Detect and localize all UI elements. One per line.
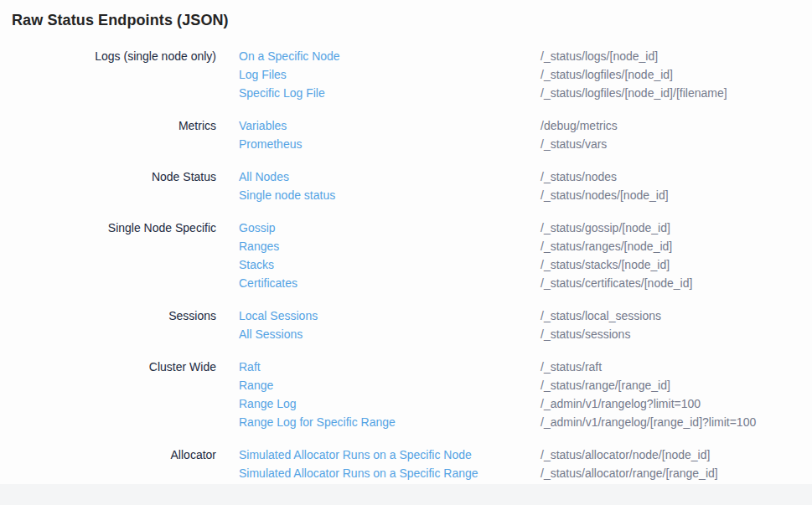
endpoint-path: /_status/certificates/[node_id] [540,274,812,292]
endpoint-group: Metrics VariablesPrometheus /debug/metri… [12,116,812,153]
endpoint-link[interactable]: On a Specific Node [239,47,540,65]
endpoint-path: /_status/sessions [540,325,812,343]
endpoint-group: Node Status All NodesSingle node status … [12,167,812,204]
endpoint-path: /_status/logfiles/[node_id]/[filename] [540,84,812,102]
paths-column: /debug/metrics/_status/vars [540,116,812,153]
links-column: RaftRangeRange LogRange Log for Specific… [216,358,540,431]
endpoint-link[interactable]: Stacks [239,255,540,274]
page-title: Raw Status Endpoints (JSON) [12,12,812,28]
endpoint-link[interactable]: Single node status [239,186,540,204]
endpoint-link[interactable]: Simulated Allocator Runs on a Specific R… [239,464,540,482]
endpoint-path: /_status/local_sessions [540,307,812,325]
endpoint-path: /_status/gossip/[node_id] [540,219,812,237]
paths-column: /_status/local_sessions/_status/sessions [540,307,812,343]
endpoint-path: /_status/nodes [540,167,812,186]
endpoint-path: /_admin/v1/rangelog?limit=100 [540,394,812,413]
endpoint-link[interactable]: All Nodes [239,167,540,186]
endpoint-path: /_status/vars [540,135,812,153]
endpoint-path: /_status/stacks/[node_id] [540,255,812,274]
links-column: All NodesSingle node status [216,167,540,204]
endpoint-link[interactable]: Variables [239,116,540,135]
endpoint-path: /_status/raft [540,358,812,376]
paths-column: /_status/raft/_status/range/[range_id]/_… [540,358,812,431]
endpoint-link[interactable]: Range [239,376,540,394]
endpoint-group: Cluster Wide RaftRangeRange LogRange Log… [12,358,812,431]
endpoint-groups: Logs (single node only) On a Specific No… [12,47,812,482]
endpoint-group: Single Node Specific GossipRangesStacksC… [12,219,812,292]
links-column: VariablesPrometheus [216,116,540,153]
category-label: Sessions [12,307,216,343]
endpoint-link[interactable]: Raft [239,358,540,376]
endpoint-link[interactable]: Range Log for Specific Range [239,413,540,431]
links-column: GossipRangesStacksCertificates [216,219,540,292]
category-label: Logs (single node only) [12,47,216,102]
endpoint-link[interactable]: Gossip [239,219,540,237]
paths-column: /_status/allocator/node/[node_id]/_statu… [540,446,812,482]
paths-column: /_status/nodes/_status/nodes/[node_id] [540,167,812,204]
endpoint-group: Logs (single node only) On a Specific No… [12,47,812,102]
raw-status-endpoints-page: Raw Status Endpoints (JSON) Logs (single… [0,0,812,505]
endpoint-link[interactable]: Log Files [239,65,540,84]
links-column: Simulated Allocator Runs on a Specific N… [216,446,540,482]
endpoint-path: /debug/metrics [540,116,812,135]
endpoint-path: /_status/logs/[node_id] [540,47,812,65]
endpoint-path: /_status/allocator/node/[node_id] [540,446,812,464]
endpoint-link[interactable]: Prometheus [239,135,540,153]
endpoint-group: Sessions Local SessionsAll Sessions /_st… [12,307,812,343]
category-label: Metrics [12,116,216,153]
bottom-band [0,484,812,505]
category-label: Cluster Wide [12,358,216,431]
endpoint-link[interactable]: Range Log [239,394,540,413]
endpoint-group: Allocator Simulated Allocator Runs on a … [12,446,812,482]
endpoint-link[interactable]: Specific Log File [239,84,540,102]
endpoint-link[interactable]: Local Sessions [239,307,540,325]
endpoint-path: /_status/nodes/[node_id] [540,186,812,204]
endpoint-link[interactable]: Certificates [239,274,540,292]
paths-column: /_status/gossip/[node_id]/_status/ranges… [540,219,812,292]
endpoint-path: /_status/allocator/range/[range_id] [540,464,812,482]
category-label: Allocator [12,446,216,482]
paths-column: /_status/logs/[node_id]/_status/logfiles… [540,47,812,102]
endpoint-path: /_status/logfiles/[node_id] [540,65,812,84]
endpoint-path: /_status/ranges/[node_id] [540,237,812,255]
endpoint-path: /_status/range/[range_id] [540,376,812,394]
endpoint-link[interactable]: Ranges [239,237,540,255]
endpoint-path: /_admin/v1/rangelog/[range_id]?limit=100 [540,413,812,431]
category-label: Single Node Specific [12,219,216,292]
links-column: On a Specific NodeLog FilesSpecific Log … [216,47,540,102]
links-column: Local SessionsAll Sessions [216,307,540,343]
endpoint-link[interactable]: Simulated Allocator Runs on a Specific N… [239,446,540,464]
category-label: Node Status [12,167,216,204]
endpoint-link[interactable]: All Sessions [239,325,540,343]
